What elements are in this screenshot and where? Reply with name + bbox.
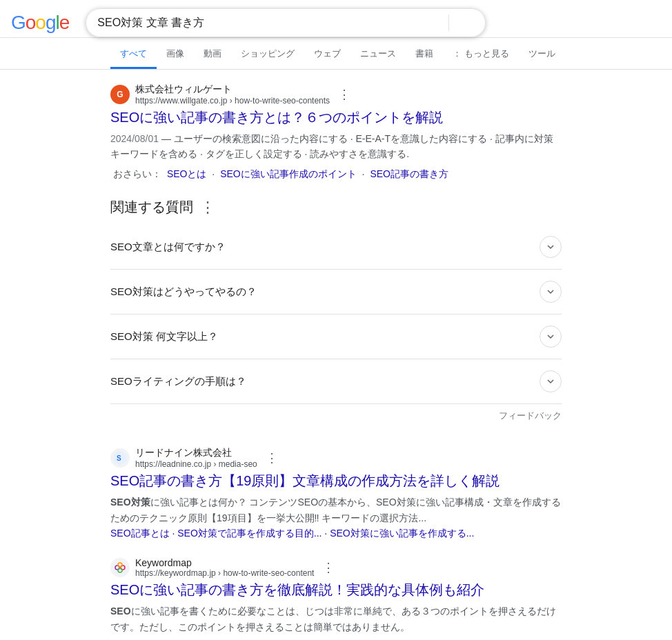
result-snippet-3: SEOに強い記事を書くために必要なことは、じつは非常に単純で、ある３つのポイント…	[110, 603, 562, 634]
source-name-2: リードナイン株式会社	[135, 447, 257, 459]
tab-images[interactable]: 画像	[157, 41, 194, 69]
links-label-1: おさらい：	[113, 168, 161, 179]
faq-chevron-2	[540, 281, 562, 303]
snippet-date-1: 2024/08/01	[110, 133, 159, 144]
source-url-1: https://www.willgate.co.jp › how-to-writ…	[135, 96, 330, 106]
nav-tabs: すべて 画像 動画 ショッピング ウェブ ニュース 書籍 ： もっと見る ツール	[0, 41, 672, 70]
result-snippet-1: 2024/08/01 — ユーザーの検索意図に沿った内容にする · E-E-A-…	[110, 131, 562, 181]
source-url-3: https://keywordmap.jp › how-to-write-seo…	[135, 568, 314, 578]
rq-heading-text: 関連する質問	[110, 198, 193, 217]
source-name-3: Keywordmap	[135, 557, 314, 568]
source-info-3: Keywordmap https://keywordmap.jp › how-t…	[135, 557, 314, 578]
search-icons	[440, 14, 474, 31]
link-1-2[interactable]: SEOに強い記事作成のポイント	[220, 168, 357, 179]
result-title-1[interactable]: SEOに強い記事の書き方とは？６つのポイントを解説	[110, 108, 562, 127]
svg-text:S: S	[117, 454, 121, 462]
tab-web[interactable]: ウェブ	[304, 41, 350, 69]
faq-chevron-3	[540, 326, 562, 348]
snippet-text-2: に強い記事とは何か？ コンテンツSEOの基本から、SEO対策に強い記事構成・文章…	[110, 497, 561, 523]
source-name-1: 株式会社ウィルゲート	[135, 83, 330, 96]
divider	[448, 14, 449, 31]
result-more-btn-3[interactable]: ⋮	[322, 560, 335, 575]
faq-item-4[interactable]: SEOライティングの手順は？	[110, 359, 562, 404]
feedback-link[interactable]: フィードバック	[110, 404, 562, 433]
search-result-3: Keywordmap https://keywordmap.jp › how-t…	[110, 557, 562, 634]
main-content: G 株式会社ウィルゲート https://www.willgate.co.jp …	[0, 70, 672, 640]
rq-more-icon[interactable]: ⋮	[200, 199, 215, 217]
snippet-bold-2: SEO対策	[110, 497, 150, 508]
result-title-3[interactable]: SEOに強い記事の書き方を徹底解説！実践的な具体例も紹介	[110, 581, 562, 599]
source-info-2: リードナイン株式会社 https://leadnine.co.jp › medi…	[135, 447, 257, 469]
link-1-1[interactable]: SEOとは	[167, 168, 207, 179]
snippet-text-1: — ユーザーの検索意図に沿った内容にする · E-E-A-Tを意識した内容にする…	[110, 133, 553, 159]
header: Google	[0, 0, 672, 38]
faq-question-2: SEO対策はどうやってやるの？	[110, 286, 257, 299]
snippet-bold-3: SEO	[110, 606, 131, 617]
tab-tools[interactable]: ツール	[519, 41, 565, 69]
result-links-1: おさらい： SEOとは · SEOに強い記事作成のポイント · SEO記事の書き…	[110, 166, 562, 181]
tab-all[interactable]: すべて	[110, 41, 157, 69]
faq-chevron-4	[540, 370, 562, 392]
sep-1: ·	[212, 168, 217, 179]
faq-item-1[interactable]: SEO文章とは何ですか？	[110, 225, 562, 270]
result-snippet-2: SEO対策に強い記事とは何か？ コンテンツSEOの基本から、SEO対策に強い記事…	[110, 494, 562, 541]
result-more-btn-1[interactable]: ⋮	[338, 87, 350, 102]
link-1-3[interactable]: SEO記事の書き方	[370, 168, 448, 179]
favicon-willgate: G	[110, 85, 130, 104]
result-more-btn-2[interactable]: ⋮	[266, 450, 278, 466]
search-input[interactable]	[97, 17, 435, 29]
source-url-2: https://leadnine.co.jp › media-seo	[135, 459, 257, 469]
result-source-3: Keywordmap https://keywordmap.jp › how-t…	[110, 557, 562, 578]
search-result-2: S リードナイン株式会社 https://leadnine.co.jp › me…	[110, 447, 562, 541]
search-result-1: G 株式会社ウィルゲート https://www.willgate.co.jp …	[110, 83, 562, 181]
search-bar	[86, 8, 486, 37]
faq-chevron-1	[540, 236, 562, 258]
related-questions: 関連する質問 ⋮ SEO文章とは何ですか？ SEO対策はどうやってやるの？ SE…	[110, 198, 562, 433]
favicon-leadnine: S	[110, 448, 130, 468]
result-title-2[interactable]: SEO記事の書き方【19原則】文章構成の作成方法を詳しく解説	[110, 472, 562, 490]
tab-news[interactable]: ニュース	[350, 41, 406, 69]
faq-question-4: SEOライティングの手順は？	[110, 375, 246, 388]
favicon-keywordmap	[110, 558, 130, 577]
source-info-1: 株式会社ウィルゲート https://www.willgate.co.jp › …	[135, 83, 330, 106]
tab-books[interactable]: 書籍	[406, 41, 443, 69]
snippet-text-2b: SEO記事とは · SEO対策で記事を作成する目的... · SEO対策に強い記…	[110, 528, 474, 539]
faq-question-1: SEO文章とは何ですか？	[110, 241, 226, 254]
tab-shopping[interactable]: ショッピング	[231, 41, 304, 69]
result-source-2: S リードナイン株式会社 https://leadnine.co.jp › me…	[110, 447, 562, 469]
faq-question-3: SEO対策 何文字以上？	[110, 330, 218, 343]
tab-videos[interactable]: 動画	[194, 41, 231, 69]
sep-2: ·	[362, 168, 368, 179]
google-logo[interactable]: Google	[11, 12, 69, 34]
snippet-text-3: に強い記事を書くために必要なことは、じつは非常に単純で、ある３つのポイントを押さ…	[110, 606, 556, 632]
faq-item-2[interactable]: SEO対策はどうやってやるの？	[110, 270, 562, 314]
tab-more[interactable]: ： もっと見る	[443, 41, 519, 69]
faq-item-3[interactable]: SEO対策 何文字以上？	[110, 314, 562, 359]
result-source-1: G 株式会社ウィルゲート https://www.willgate.co.jp …	[110, 83, 562, 106]
rq-header: 関連する質問 ⋮	[110, 198, 562, 217]
svg-point-11	[112, 559, 128, 576]
